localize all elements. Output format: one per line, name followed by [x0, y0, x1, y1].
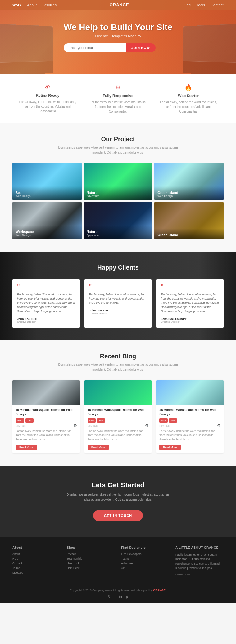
feature-retina: 👁 Retina Ready Far far away, behind the …	[12, 84, 83, 114]
blog-readmore-3[interactable]: Read More	[159, 445, 181, 450]
feature-retina-text: Far far away, behind the word mountains,…	[17, 100, 78, 114]
navbar: Work About Services ORANGE. Blog Tools C…	[0, 0, 236, 10]
footer-link-terms[interactable]: Terms	[12, 566, 61, 570]
blog-text-1: Far far away, behind the word mountains,…	[16, 429, 77, 442]
footer-col-orange-title: A LITTLE ABOUT ORANGE	[175, 546, 224, 549]
cta-section: Lets Get Started Dignissimos asperiores …	[0, 466, 236, 537]
project-greenisland[interactable]: Green Island Web Design	[154, 163, 224, 200]
feature-responsive-title: Fully Responsive	[88, 94, 149, 98]
footer-link-advertise[interactable]: Advertise	[121, 562, 169, 565]
retina-icon: 👁	[17, 84, 78, 91]
testimonial-3-quote: "	[161, 284, 219, 290]
project-nature1-overlay: Nature Adventure	[84, 186, 153, 200]
nav-work[interactable]: Work	[12, 3, 21, 7]
blog-desc: Dignissimos asperiores vitae velit venia…	[56, 362, 180, 372]
footer-copyright: Copyright © 2018 Company name All rights…	[12, 589, 224, 592]
footer-col-shop: Shop Privacy Testimonials Handbook Help …	[67, 546, 115, 578]
footer-brand: ORANGE.	[153, 589, 166, 592]
email-input[interactable]	[64, 43, 126, 52]
cta-title: Lets Get Started	[12, 481, 224, 489]
nav-links-right: Blog Tools Contact	[183, 3, 224, 7]
feature-starter-title: Web Starter	[158, 94, 219, 98]
footer-link-meetups[interactable]: Meetups	[12, 571, 61, 574]
project-greenisland-overlay: Green Island Web Design	[154, 186, 224, 200]
blog-tag-1b: Talk	[25, 418, 34, 423]
cta-desc: Dignissimos asperiores vitae velit venia…	[64, 492, 172, 502]
nav-blog[interactable]: Blog	[183, 3, 191, 7]
footer: About About Help Contact Terms Meetups S…	[0, 537, 236, 603]
project-greenisland2-name: Green Island	[157, 233, 220, 237]
blog-text-3: Far far away, behind the word mountains,…	[159, 429, 220, 442]
social-links: 𝕏 f in 𝕡	[12, 594, 224, 599]
footer-learn-more[interactable]: Learn More	[175, 573, 224, 576]
footer-link-contact[interactable]: Contact	[12, 562, 61, 565]
footer-grid: About About Help Contact Terms Meetups S…	[12, 546, 224, 578]
testimonial-2-quote: "	[89, 284, 147, 290]
feature-responsive: ⚙ Fully Responsive Far far away, behind …	[83, 84, 153, 114]
testimonial-1-author: John Doe, CEO	[17, 317, 75, 320]
hero-content: We Help to Build Your Site Free html5 te…	[64, 22, 172, 52]
hero-title: We Help to Build Your Site	[64, 22, 172, 32]
blog-title-3: 45 Minimal Workspace Rooms for Web Savvy…	[159, 408, 220, 417]
testimonial-1-role: Creative Director	[17, 320, 75, 323]
nav-tools[interactable]: Tools	[196, 3, 205, 7]
blog-readmore-1[interactable]: Read More	[16, 445, 37, 450]
testimonials-grid: " Far far away, behind the word mountain…	[12, 279, 224, 328]
footer-col-shop-title: Shop	[67, 546, 115, 549]
hero-laptop-right	[183, 23, 236, 74]
testimonial-2: " Far far away, behind the word mountain…	[84, 279, 152, 328]
blog-meta-3: Nov. Talk 💬	[159, 424, 220, 427]
join-button[interactable]: JOIN NOW	[126, 43, 156, 52]
blog-tag-1a: Blog	[16, 418, 24, 423]
project-greenisland2[interactable]: Green Island	[154, 202, 224, 239]
nav-links: Work About Services	[12, 3, 57, 7]
footer-link-api[interactable]: API	[121, 566, 169, 570]
project-workspace-name: Workspace	[16, 230, 79, 234]
cta-button[interactable]: GET IN TOUCH	[93, 510, 143, 521]
project-sea-overlay: Sea Web Design	[12, 186, 82, 200]
project-nature2[interactable]: Nature Application	[84, 202, 153, 239]
social-twitter[interactable]: 𝕏	[107, 594, 111, 599]
blog-tag-3b: Talk	[169, 418, 177, 423]
project-sea[interactable]: Sea Web Design	[12, 163, 82, 200]
hero-subtitle: Free html5 templates Made by	[64, 34, 172, 38]
blog-title-1: 45 Minimal Workspace Rooms for Web Savvy…	[16, 408, 77, 417]
project-sea-cat: Web Design	[16, 195, 79, 198]
footer-link-helpdesk[interactable]: Help Desk	[67, 566, 115, 570]
footer-link-handbook[interactable]: Handbook	[67, 562, 115, 565]
social-pinterest[interactable]: 𝕡	[126, 594, 129, 599]
nav-about[interactable]: About	[27, 3, 37, 7]
testimonial-1-text: Far far away, behind the word mountains,…	[17, 293, 75, 314]
project-nature1[interactable]: Nature Adventure	[84, 163, 153, 200]
footer-link-help[interactable]: Help	[12, 557, 61, 560]
nav-contact[interactable]: Contact	[211, 3, 224, 7]
nav-services[interactable]: Services	[43, 3, 57, 7]
project-sea-name: Sea	[16, 191, 79, 195]
social-facebook[interactable]: f	[114, 594, 115, 599]
social-linkedin[interactable]: in	[119, 594, 122, 599]
blog-tag-2a: Nov	[88, 418, 96, 423]
testimonial-1: " Far far away, behind the word mountain…	[12, 279, 80, 328]
blog-img-1	[12, 380, 80, 405]
project-nature2-overlay: Nature Application	[84, 225, 153, 239]
footer-link-developers[interactable]: Find Developers	[121, 552, 169, 556]
blog-content-2: 45 Minimal Workspace Rooms for Web Savvy…	[84, 405, 152, 454]
starter-icon: 🔥	[158, 84, 219, 91]
feature-starter: 🔥 Web Starter Far far away, behind the w…	[153, 84, 224, 114]
blog-tag-3a: Nov	[159, 418, 167, 423]
project-nature1-cat: Adventure	[87, 195, 150, 198]
footer-link-teams[interactable]: Teams	[121, 557, 169, 560]
footer-link-about[interactable]: About	[12, 552, 61, 556]
blog-date-3: Nov. Talk	[159, 424, 169, 427]
testimonial-1-quote: "	[17, 284, 75, 290]
footer-link-privacy[interactable]: Privacy	[67, 552, 115, 556]
testimonials-title: Happy Clients	[12, 264, 224, 271]
blog-tag-2b: Talk	[97, 418, 105, 423]
project-nature1-name: Nature	[87, 191, 150, 195]
footer-link-testimonials[interactable]: Testimonials	[67, 557, 115, 560]
blog-readmore-2[interactable]: Read More	[88, 445, 109, 450]
feature-responsive-text: Far far away, behind the word mountains,…	[88, 100, 149, 114]
blog-img-3	[156, 380, 224, 405]
project-workspace[interactable]: Workspace Web Design	[12, 202, 82, 239]
blog-tags-1: Blog Talk	[16, 418, 77, 423]
